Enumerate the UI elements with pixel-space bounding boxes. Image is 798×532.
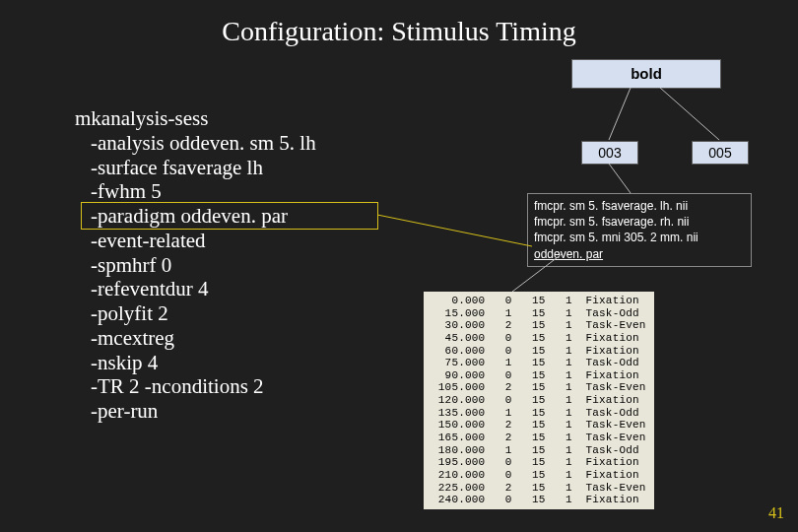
cmd-line-2: -surface fsaverage lh: [91, 156, 316, 180]
command-block: mkanalysis-sess -analysis oddeven. sm 5.…: [75, 106, 316, 424]
cmd-line-12: -per-run: [91, 399, 316, 424]
cmd-line-6: -spmhrf 0: [91, 253, 316, 278]
cmd-line-0: mkanalysis-sess: [75, 106, 316, 131]
cmd-line-11: -TR 2 -nconditions 2: [91, 374, 316, 399]
file-line-1: fmcpr. sm 5. fsaverage. lh. nii: [534, 198, 745, 214]
file-line-4: oddeven. par: [534, 246, 745, 262]
page-number: 41: [768, 504, 784, 522]
paradigm-data-table: 0.000 0 15 1 Fixation 15.000 1 15 1 Task…: [424, 292, 654, 509]
cmd-line-7: -refeventdur 4: [91, 277, 316, 301]
svg-line-3: [377, 215, 532, 246]
file-list-box: fmcpr. sm 5. fsaverage. lh. nii fmcpr. s…: [527, 193, 752, 267]
svg-line-1: [660, 88, 719, 140]
cmd-line-5: -event-related: [91, 229, 316, 253]
cmd-line-8: -polyfit 2: [91, 301, 316, 326]
slide: Configuration: Stimulus Timing bold 003 …: [0, 0, 798, 532]
run-005-box: 005: [692, 141, 749, 165]
file-line-3: fmcpr. sm 5. mni 305. 2 mm. nii: [534, 230, 745, 245]
run-003-box: 003: [581, 141, 638, 165]
svg-line-2: [609, 164, 631, 193]
cmd-line-10: -nskip 4: [91, 351, 316, 375]
file-line-2: fmcpr. sm 5. fsaverage. rh. nii: [534, 214, 745, 230]
cmd-line-9: -mcextreg: [91, 326, 316, 351]
svg-line-0: [609, 88, 631, 140]
cmd-line-4: -paradigm oddeven. par: [91, 204, 316, 229]
cmd-line-1: -analysis oddeven. sm 5. lh: [91, 131, 316, 156]
slide-title: Configuration: Stimulus Timing: [0, 16, 798, 47]
cmd-line-3: -fwhm 5: [91, 179, 316, 204]
bold-folder-box: bold: [571, 59, 721, 89]
